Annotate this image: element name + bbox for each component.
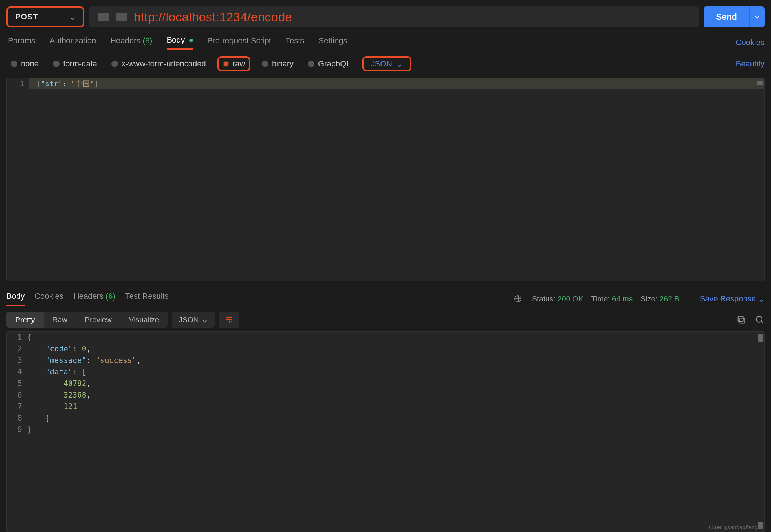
radio-graphql-label: GraphQL [318, 59, 351, 68]
tab-settings[interactable]: Settings [318, 36, 347, 49]
radio-icon [11, 61, 17, 67]
beautify-link[interactable]: Beautify [736, 59, 765, 68]
radio-none[interactable]: none [8, 58, 41, 70]
response-body-editor[interactable]: 1{ 2 "code": 0, 3 "message": "success", … [6, 331, 765, 532]
cookies-link[interactable]: Cookies [736, 38, 765, 47]
tab-authorization[interactable]: Authorization [50, 36, 96, 49]
copy-icon[interactable] [736, 315, 746, 325]
response-tab-cookies[interactable]: Cookies [35, 292, 63, 306]
radio-graphql[interactable]: GraphQL [305, 58, 354, 70]
chevron-down-icon [754, 14, 760, 20]
time-value: 64 ms [612, 294, 633, 303]
http-method-value: POST [15, 12, 38, 22]
wrap-lines-button[interactable] [219, 312, 239, 328]
chevron-down-icon [759, 296, 765, 302]
code-line: {"str": "中国"} [29, 79, 99, 89]
svg-rect-1 [740, 318, 745, 323]
radio-icon [111, 61, 118, 67]
tab-prerequest[interactable]: Pre-request Script [207, 36, 271, 49]
tab-body[interactable]: Body [167, 35, 193, 50]
radio-none-label: none [21, 59, 39, 68]
tab-headers-label: Headers [110, 36, 140, 45]
radio-icon [53, 61, 60, 67]
chevron-down-icon [202, 317, 208, 323]
view-visualize[interactable]: Visualize [120, 312, 168, 328]
search-icon[interactable] [754, 315, 765, 325]
chevron-down-icon [70, 14, 75, 20]
globe-icon[interactable] [514, 295, 522, 303]
minimap-scroll[interactable] [757, 81, 763, 85]
dot-icon [189, 39, 193, 42]
content-type-value: JSON [371, 59, 392, 68]
save-response-button[interactable]: Save Response [700, 294, 765, 303]
view-preview[interactable]: Preview [76, 312, 120, 328]
line-number: 1 [7, 78, 29, 89]
scrollbar-thumb[interactable] [758, 334, 763, 342]
tab-params[interactable]: Params [8, 36, 35, 49]
chevron-down-icon [397, 61, 403, 67]
url-prefix-redacted [98, 13, 127, 21]
request-body-editor[interactable]: 1 {"str": "中国"} [6, 78, 765, 281]
send-button[interactable]: Send [704, 6, 749, 27]
radio-binary[interactable]: binary [259, 58, 296, 70]
status-value: 200 OK [558, 294, 583, 303]
url-text: http://localhost:1234/encode [134, 10, 292, 24]
response-format-select[interactable]: JSON [172, 312, 215, 328]
response-format-value: JSON [179, 315, 199, 324]
radio-form-data-label: form-data [63, 59, 97, 68]
view-raw[interactable]: Raw [44, 312, 76, 328]
response-tab-body[interactable]: Body [6, 292, 25, 306]
radio-form-data[interactable]: form-data [50, 58, 100, 70]
divider [690, 294, 690, 303]
tab-headers[interactable]: Headers (8) [110, 36, 152, 49]
view-pretty[interactable]: Pretty [6, 312, 44, 328]
radio-urlencoded[interactable]: x-www-form-urlencoded [109, 58, 209, 70]
tab-body-label: Body [167, 35, 185, 44]
content-type-select[interactable]: JSON [362, 56, 412, 71]
size-value: 262 B [660, 294, 679, 303]
tab-tests[interactable]: Tests [286, 36, 304, 49]
watermark: CSDN @sanbaofengs [709, 524, 761, 530]
radio-raw-label: raw [233, 59, 245, 68]
radio-icon [262, 61, 268, 67]
radio-icon [223, 61, 229, 67]
svg-point-3 [756, 316, 762, 322]
radio-raw[interactable]: raw [217, 56, 250, 71]
radio-binary-label: binary [272, 59, 294, 68]
response-headers-count: (6) [106, 292, 115, 301]
http-method-select[interactable]: POST [6, 6, 84, 27]
view-mode-segment: Pretty Raw Preview Visualize [6, 312, 168, 328]
response-tab-test-results[interactable]: Test Results [125, 292, 169, 306]
response-meta: Status: 200 OK Time: 64 ms Size: 262 B [532, 294, 679, 303]
send-dropdown-button[interactable] [749, 6, 765, 27]
url-input[interactable]: http://localhost:1234/encode [89, 6, 699, 27]
radio-urlencoded-label: x-www-form-urlencoded [122, 59, 206, 68]
response-tab-headers[interactable]: Headers (6) [74, 292, 115, 306]
svg-rect-2 [738, 316, 743, 322]
response-headers-label: Headers [74, 292, 103, 301]
headers-count: (8) [143, 36, 153, 45]
radio-icon [308, 61, 314, 67]
